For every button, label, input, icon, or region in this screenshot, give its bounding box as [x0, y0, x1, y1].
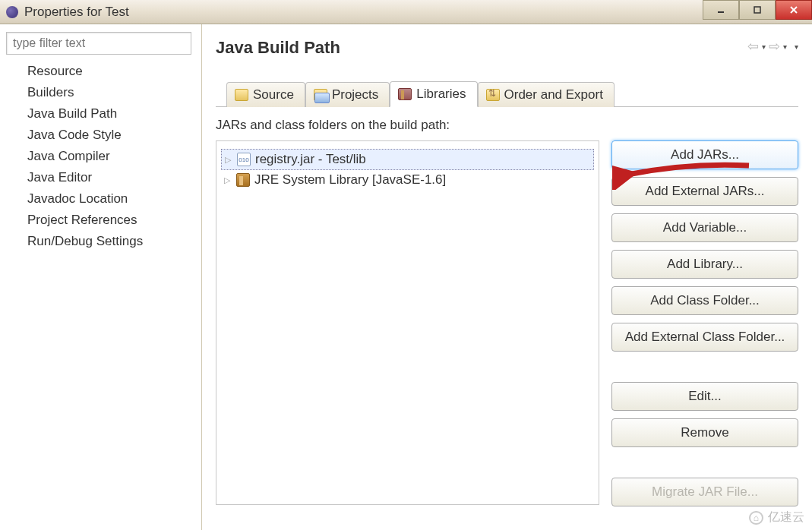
sidebar-item-javadoc-location[interactable]: Javadoc Location [6, 188, 195, 210]
view-menu-dropdown[interactable]: ▾ [795, 43, 798, 51]
library-icon [398, 88, 412, 100]
content-heading: JARs and class folders on the build path… [216, 118, 798, 133]
window-controls [703, 0, 812, 20]
watermark-text: 亿速云 [768, 509, 804, 525]
category-tree: ResourceBuildersJava Build PathJava Code… [6, 61, 195, 252]
tab-libraries-content: JARs and class folders on the build path… [216, 107, 798, 506]
eclipse-icon [6, 6, 18, 18]
edit-button[interactable]: Edit... [611, 382, 798, 411]
filter-input[interactable] [6, 32, 191, 55]
forward-dropdown[interactable]: ▾ [783, 43, 787, 51]
sidebar-item-java-build-path[interactable]: Java Build Path [6, 103, 195, 125]
tab-source[interactable]: Source [226, 82, 305, 107]
svg-rect-1 [754, 7, 760, 13]
migrate-jar-file-button: Migrate JAR File... [611, 478, 798, 506]
add-external-class-folder-button[interactable]: Add External Class Folder... [611, 323, 798, 352]
close-button[interactable] [776, 0, 812, 20]
tab-order-and-export[interactable]: Order and Export [478, 82, 615, 107]
folder-open-icon [314, 89, 327, 101]
tab-label: Source [253, 87, 294, 103]
folder-icon [235, 89, 248, 101]
order-icon [486, 89, 500, 101]
classpath-entry[interactable]: ▷JRE System Library [JavaSE-1.6] [221, 170, 594, 190]
jre-icon [236, 173, 250, 187]
window-titlebar: Properties for Test [0, 0, 812, 24]
expand-arrow-icon[interactable]: ▷ [224, 175, 232, 185]
page-title: Java Build Path [216, 38, 798, 58]
tab-libraries[interactable]: Libraries [390, 81, 477, 107]
back-arrow-icon[interactable]: ⇦ [747, 38, 759, 55]
sidebar: ResourceBuildersJava Build PathJava Code… [0, 24, 202, 530]
add-variable-button[interactable]: Add Variable... [611, 213, 798, 242]
remove-button[interactable]: Remove [611, 418, 798, 447]
nav-arrows: ⇦▾ ⇨▾ ▾ [747, 38, 798, 55]
sidebar-item-java-compiler[interactable]: Java Compiler [6, 146, 195, 167]
sidebar-item-run-debug-settings[interactable]: Run/Debug Settings [6, 231, 195, 252]
tab-label: Libraries [416, 87, 466, 102]
expand-arrow-icon[interactable]: ▷ [225, 155, 232, 165]
button-column: Add JARs...Add External JARs...Add Varia… [611, 140, 798, 506]
add-class-folder-button[interactable]: Add Class Folder... [611, 286, 798, 315]
add-external-jars-button[interactable]: Add External JARs... [611, 177, 798, 206]
sidebar-item-builders[interactable]: Builders [6, 82, 195, 103]
sidebar-item-project-references[interactable]: Project References [6, 210, 195, 231]
add-jars-button[interactable]: Add JARs... [611, 140, 798, 169]
classpath-entry[interactable]: ▷registry.jar - Test/lib [221, 149, 594, 170]
minimize-button[interactable] [703, 0, 739, 20]
tab-projects[interactable]: Projects [305, 82, 390, 107]
tab-bar: SourceProjectsLibrariesOrder and Export [216, 80, 798, 107]
entry-label: JRE System Library [JavaSE-1.6] [254, 172, 446, 188]
watermark-icon: ⌂ [749, 511, 763, 525]
forward-arrow-icon[interactable]: ⇨ [769, 38, 780, 55]
watermark: ⌂ 亿速云 [749, 509, 804, 525]
window-title: Properties for Test [24, 5, 129, 20]
tab-label: Order and Export [504, 87, 603, 103]
sidebar-item-resource[interactable]: Resource [6, 61, 195, 82]
maximize-button[interactable] [739, 0, 776, 20]
jar-icon [237, 153, 251, 166]
add-library-button[interactable]: Add Library... [611, 250, 798, 279]
main-panel: Java Build Path ⇦▾ ⇨▾ ▾ SourceProjectsLi… [202, 24, 812, 530]
tab-label: Projects [332, 87, 378, 103]
sidebar-item-java-editor[interactable]: Java Editor [6, 167, 195, 188]
sidebar-item-java-code-style[interactable]: Java Code Style [6, 125, 195, 146]
entry-label: registry.jar - Test/lib [255, 152, 366, 167]
back-dropdown[interactable]: ▾ [762, 43, 766, 51]
classpath-tree[interactable]: ▷registry.jar - Test/lib▷JRE System Libr… [216, 140, 599, 505]
